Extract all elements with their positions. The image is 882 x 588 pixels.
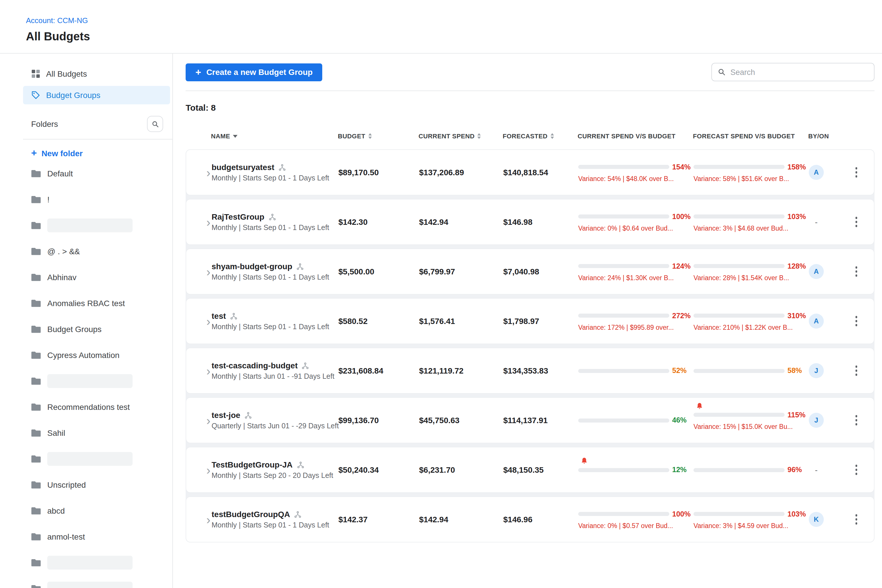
by-on-cell: A xyxy=(809,314,839,328)
column-header-current-spend[interactable]: CURRENT SPEND xyxy=(418,133,502,140)
account-link[interactable]: Account: CCM-NG xyxy=(26,16,88,25)
progress-percent: 100% xyxy=(672,510,691,518)
folder-item[interactable] xyxy=(0,212,172,238)
kebab-menu-icon[interactable] xyxy=(849,214,864,230)
main-content: + Create a new Budget Group Total: 8 NA xyxy=(173,54,882,588)
avatar[interactable]: K xyxy=(809,512,824,527)
plus-icon: + xyxy=(195,67,201,77)
current-vs-budget-cell: 154% Variance: 54% | $48.0K over B... xyxy=(578,163,693,182)
column-header-budget[interactable]: BUDGET xyxy=(338,133,418,140)
budget-group-name: TestBudgetGroup-JA xyxy=(212,460,292,469)
table-row[interactable]: › shyam-budget-group Monthly | Starts Se… xyxy=(186,249,874,295)
avatar[interactable]: A xyxy=(809,264,824,279)
folder-search-button[interactable] xyxy=(147,116,163,132)
folder-item[interactable]: ! xyxy=(0,186,172,212)
progress-percent: 115% xyxy=(788,411,806,419)
folder-item[interactable] xyxy=(0,446,172,471)
folders-header: Folders xyxy=(31,116,163,132)
folder-item[interactable]: Anomalies RBAC test xyxy=(0,290,172,316)
row-expand-chevron[interactable]: › xyxy=(186,464,212,476)
avatar[interactable]: - xyxy=(809,462,824,477)
budget-group-name-cell: test-joe Quarterly | Starts Jun 01 - -29… xyxy=(212,411,338,430)
table-row[interactable]: › test-joe Quarterly | Starts Jun 01 - -… xyxy=(186,397,874,443)
avatar[interactable]: - xyxy=(809,214,824,230)
folder-item[interactable] xyxy=(0,575,172,588)
by-on-cell: - xyxy=(809,214,839,230)
row-expand-chevron[interactable]: › xyxy=(186,315,212,327)
by-on-cell: J xyxy=(809,413,839,428)
folder-item[interactable]: Recommendations test xyxy=(0,394,172,420)
folder-item[interactable]: Budget Groups xyxy=(0,316,172,342)
row-expand-chevron[interactable]: › xyxy=(186,364,212,377)
forecasted-value: $146.96 xyxy=(503,515,578,524)
progress-percent: 103% xyxy=(788,212,806,220)
table-row[interactable]: › TestBudgetGroup-JA Monthly | Starts Se… xyxy=(186,447,874,493)
current-spend-value: $6,231.70 xyxy=(419,465,503,474)
folder-item[interactable]: @ . > && xyxy=(0,238,172,264)
avatar[interactable]: J xyxy=(809,413,824,428)
avatar[interactable]: A xyxy=(809,165,824,180)
row-expand-chevron[interactable]: › xyxy=(186,216,212,228)
search-box[interactable] xyxy=(711,63,874,81)
folder-label xyxy=(47,452,133,465)
progress-percent: 310% xyxy=(788,312,806,320)
folder-item[interactable]: anmol-test xyxy=(0,524,172,549)
kebab-menu-icon[interactable] xyxy=(849,314,864,328)
folder-item[interactable]: Sahil xyxy=(0,420,172,446)
page-title: All Budgets xyxy=(26,30,882,43)
sidebar-item-budget-groups[interactable]: Budget Groups xyxy=(23,86,170,104)
folder-item[interactable]: Cypress Automation xyxy=(0,342,172,368)
column-header-forecasted[interactable]: FORECASTED xyxy=(502,133,578,140)
current-spend-value: $45,750.63 xyxy=(419,416,503,425)
current-vs-budget-cell: 100% Variance: 0% | $0.57 over Bud... xyxy=(578,510,693,529)
current-vs-budget-cell: 12% xyxy=(578,466,693,474)
row-expand-chevron[interactable]: › xyxy=(186,266,212,278)
variance-text: Variance: 3% | $4.59 over Bud... xyxy=(693,522,809,529)
kebab-menu-icon[interactable] xyxy=(849,413,864,428)
avatar[interactable]: J xyxy=(809,363,824,378)
folder-item[interactable]: abcd xyxy=(0,498,172,524)
budget-value: $231,608.84 xyxy=(338,366,419,375)
folder-icon xyxy=(31,454,41,463)
progress-percent: 100% xyxy=(672,212,691,220)
table-row[interactable]: › test Monthly | Starts Sep 01 - 1 Days … xyxy=(186,298,874,344)
folder-item[interactable]: Unscripted xyxy=(0,471,172,498)
row-expand-chevron[interactable]: › xyxy=(186,513,212,525)
progress-bar-track xyxy=(693,468,784,472)
table-row[interactable]: › test-cascading-budget Monthly | Starts… xyxy=(186,348,874,394)
sort-icon xyxy=(550,133,554,139)
kebab-menu-icon[interactable] xyxy=(849,363,864,378)
avatar[interactable]: A xyxy=(809,314,824,328)
budget-group-schedule: Monthly | Starts Sep 20 - 20 Days Left xyxy=(212,471,338,480)
table-row[interactable]: › testBudgetGroupQA Monthly | Starts Sep… xyxy=(186,496,874,543)
folder-item[interactable] xyxy=(0,549,172,575)
row-expand-chevron[interactable]: › xyxy=(186,166,212,178)
sidebar-item-label: Budget Groups xyxy=(46,90,100,100)
new-folder-button[interactable]: + New folder xyxy=(31,148,172,158)
folder-icon xyxy=(31,558,41,566)
variance-text: Variance: 58% | $51.6K over B... xyxy=(693,175,809,182)
by-on-cell: - xyxy=(809,462,839,477)
table-row[interactable]: › RajTestGroup Monthly | Starts Sep 01 -… xyxy=(186,199,874,245)
current-vs-budget-cell: 100% Variance: 0% | $0.64 over Bud... xyxy=(578,212,693,231)
table-row[interactable]: › budgetsuryatest Monthly | Starts Sep 0… xyxy=(186,149,874,195)
row-expand-chevron[interactable]: › xyxy=(186,414,212,426)
kebab-menu-icon[interactable] xyxy=(849,165,864,180)
variance-text: Variance: 0% | $0.64 over Bud... xyxy=(578,225,693,231)
folder-item[interactable]: Abhinav xyxy=(0,264,172,290)
budget-group-name-cell: shyam-budget-group Monthly | Starts Sep … xyxy=(212,262,338,281)
sidebar-item-all-budgets[interactable]: All Budgets xyxy=(23,64,170,83)
folder-item[interactable]: Default xyxy=(0,160,172,186)
sidebar-item-label: All Budgets xyxy=(46,69,87,78)
kebab-menu-icon[interactable] xyxy=(849,264,864,279)
folder-icon xyxy=(31,221,41,229)
kebab-menu-icon[interactable] xyxy=(849,462,864,477)
budget-rows: › budgetsuryatest Monthly | Starts Sep 0… xyxy=(186,149,874,543)
row-actions-cell xyxy=(839,214,874,230)
variance-text: Variance: 54% | $48.0K over B... xyxy=(578,175,693,182)
column-header-name[interactable]: NAME xyxy=(211,133,338,140)
create-budget-group-button[interactable]: + Create a new Budget Group xyxy=(186,63,322,81)
kebab-menu-icon[interactable] xyxy=(849,512,864,527)
folder-item[interactable] xyxy=(0,368,172,394)
search-input[interactable] xyxy=(730,68,868,76)
